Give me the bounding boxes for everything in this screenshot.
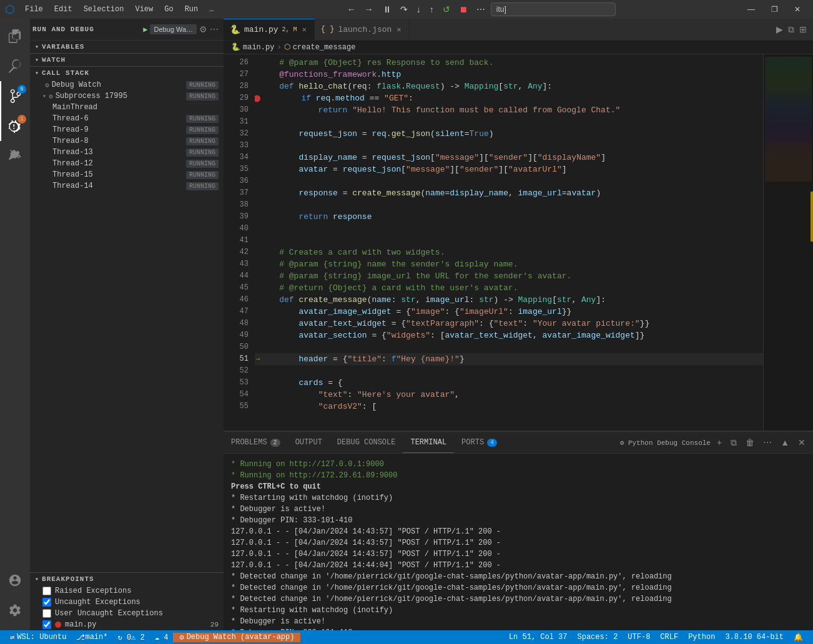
tab-close-launch[interactable]: ✕ [395, 24, 402, 35]
menu-edit[interactable]: Edit [49, 4, 77, 15]
status-git-branch[interactable]: ⎇ main* [71, 633, 112, 642]
call-stack-section: ▾ CALL STACK ⚙ Debug Watch RUNNING ▾ ⚙ S… [30, 66, 224, 572]
menu-file[interactable]: File [20, 4, 48, 15]
debug-settings-btn[interactable]: ⚙ [199, 24, 207, 34]
menu-more[interactable]: … [204, 4, 219, 15]
call-stack-item-thread9[interactable]: Thread-9 RUNNING [30, 124, 224, 135]
menu-view[interactable]: View [130, 4, 158, 15]
call-stack-item-mainthread[interactable]: MainThread [30, 102, 224, 113]
kill-terminal-btn[interactable]: 🗑 [743, 436, 757, 449]
tab-close-main[interactable]: ✕ [301, 24, 308, 35]
code-line-27: @functions_framework.http [255, 69, 763, 80]
watch-header[interactable]: ▾ WATCH [30, 54, 224, 66]
activity-debug[interactable]: 1 [0, 111, 30, 141]
forward-button[interactable]: → [361, 3, 377, 16]
debug-stop[interactable]: ⏹ [456, 3, 471, 16]
split-editor-btn[interactable]: ⧉ [787, 23, 796, 36]
bp-user-uncaught[interactable]: User Uncaught Exceptions [30, 608, 224, 619]
menu-go[interactable]: Go [159, 4, 178, 15]
code-content[interactable]: # @param {Object} res Response to send b… [255, 54, 763, 431]
call-stack-item-thread6[interactable]: Thread-6 RUNNING [30, 113, 224, 124]
bp-user-uncaught-checkbox[interactable] [42, 609, 51, 618]
call-stack-item-thread12[interactable]: Thread-12 RUNNING [30, 158, 224, 169]
debug-step-out[interactable]: ↑ [426, 3, 437, 16]
breadcrumb-file[interactable]: main.py [243, 43, 274, 52]
panel-tab-debug-console[interactable]: DEBUG CONSOLE [330, 432, 403, 453]
status-cursor-pos[interactable]: Ln 51, Col 37 [504, 633, 573, 642]
call-stack-item-debug-watch[interactable]: ⚙ Debug Watch RUNNING [30, 79, 224, 90]
minimap[interactable] [763, 54, 813, 431]
editor-layout-btn[interactable]: ⊞ [798, 23, 808, 36]
status-spaces[interactable]: Spaces: 2 [573, 633, 623, 642]
call-stack-header[interactable]: ▾ CALL STACK [30, 67, 224, 79]
title-bar: ⬡ File Edit Selection View Go Run … ← → … [0, 0, 813, 19]
activity-explorer[interactable] [0, 21, 30, 51]
panel-tab-output[interactable]: OUTPUT [288, 432, 330, 453]
tab-main-py[interactable]: 🐍 main.py 2, M ✕ [224, 19, 315, 40]
breadcrumb-function[interactable]: create_message [293, 43, 356, 52]
terminal-content[interactable]: * Running on http://127.0.0.1:9000 * Run… [224, 454, 813, 630]
bp-raised-checkbox[interactable] [42, 587, 51, 595]
debug-pause[interactable]: ⏸ [380, 3, 395, 16]
call-stack-item-thread15[interactable]: Thread-15 RUNNING [30, 169, 224, 180]
status-encoding[interactable]: UTF-8 [623, 633, 655, 642]
variables-header[interactable]: ▾ VARIABLES [30, 41, 224, 53]
tab-launch-json[interactable]: { } launch.json ✕ [315, 19, 410, 40]
bp-uncaught-exceptions[interactable]: Uncaught Exceptions [30, 597, 224, 608]
status-language[interactable]: Python [683, 633, 720, 642]
code-line-48: avatar_text_widget = {"textParagraph": {… [255, 318, 763, 329]
breakpoints-header[interactable]: ▾ BREAKPOINTS [30, 573, 224, 585]
address-bar[interactable] [491, 2, 616, 16]
ln-47: 47 [224, 306, 249, 318]
activity-extensions[interactable] [0, 141, 30, 171]
bp-main-py[interactable]: main.py 29 [30, 619, 224, 630]
ln-27: 27 [224, 69, 249, 80]
ln-51: 51 [224, 353, 249, 365]
status-notifications[interactable]: 🔔 [789, 633, 808, 642]
status-debug-session[interactable]: ⚙ Debug Watch (avatar-app) [173, 633, 300, 642]
status-sync[interactable]: ☁ 4 [150, 633, 174, 642]
call-stack-item-thread14[interactable]: Thread-14 RUNNING [30, 180, 224, 192]
menu-selection[interactable]: Selection [79, 4, 129, 15]
debug-badge: 1 [17, 115, 26, 124]
close-button[interactable]: ✕ [787, 2, 808, 16]
split-terminal-btn[interactable]: ⧉ [728, 436, 739, 449]
panel-tab-terminal[interactable]: TERMINAL [403, 432, 454, 453]
add-terminal-btn[interactable]: + [714, 436, 724, 449]
run-debug-header: RUN AND DEBUG ▶ Debug Wa… ⚙ ⋯ [30, 19, 224, 41]
panel-tab-problems[interactable]: PROBLEMS 2 [224, 432, 288, 453]
activity-source-control[interactable]: 6 [0, 81, 30, 111]
status-line-ending[interactable]: CRLF [655, 633, 683, 642]
more-terminal-btn[interactable]: ⋯ [761, 436, 774, 449]
status-errors[interactable]: ↻ 0 ⚠ 2 [112, 633, 149, 642]
debug-more-btn[interactable]: ⋯ [210, 24, 219, 34]
maximize-button[interactable]: ❐ [764, 2, 786, 16]
status-python-version[interactable]: 3.8.10 64-bit [720, 633, 789, 642]
panel-tab-ports[interactable]: PORTS 4 [454, 432, 505, 453]
bp-uncaught-checkbox[interactable] [42, 598, 51, 607]
bp-raised-exceptions[interactable]: Raised Exceptions [30, 585, 224, 597]
back-button[interactable]: ← [343, 3, 360, 16]
code-line-40 [255, 223, 763, 235]
debug-restart[interactable]: ↺ [440, 3, 453, 16]
bp-main-py-checkbox[interactable] [42, 620, 51, 629]
menu-bar[interactable]: File Edit Selection View Go Run … [20, 4, 219, 15]
debug-config-button[interactable]: Debug Wa… [150, 24, 197, 34]
activity-search[interactable] [0, 51, 30, 81]
maximize-panel-btn[interactable]: ▲ [778, 436, 792, 449]
activity-settings[interactable] [0, 595, 30, 625]
close-panel-btn[interactable]: ✕ [796, 436, 808, 449]
run-code-btn[interactable]: ▶ [775, 23, 784, 36]
activity-account[interactable] [0, 565, 30, 595]
debug-step-over[interactable]: ↷ [397, 3, 411, 16]
menu-run[interactable]: Run [180, 4, 204, 15]
debug-more[interactable]: ⋯ [473, 3, 488, 16]
call-stack-item-thread8[interactable]: Thread-8 RUNNING [30, 135, 224, 147]
minimize-button[interactable]: — [740, 2, 762, 16]
status-remote[interactable]: ⇌ WSL: Ubuntu [5, 633, 71, 642]
debug-step-into[interactable]: ↓ [413, 3, 424, 16]
call-stack-item-subprocess[interactable]: ▾ ⚙ Subprocess 17995 RUNNING [30, 90, 224, 102]
call-stack-item-thread13[interactable]: Thread-13 RUNNING [30, 147, 224, 158]
code-line-49: avatar_section = {"widgets": [avatar_tex… [255, 329, 763, 341]
gear-icon-2: ⚙ [49, 92, 53, 100]
